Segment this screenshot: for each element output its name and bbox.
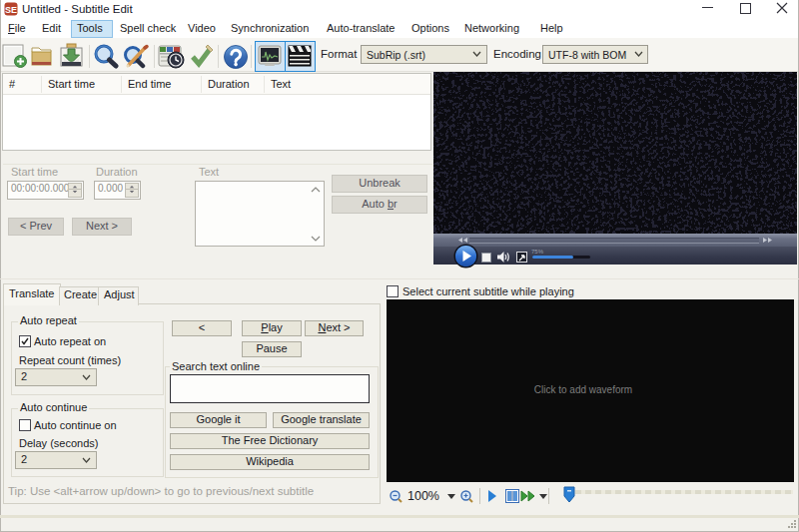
svg-text:SE: SE — [5, 5, 17, 15]
